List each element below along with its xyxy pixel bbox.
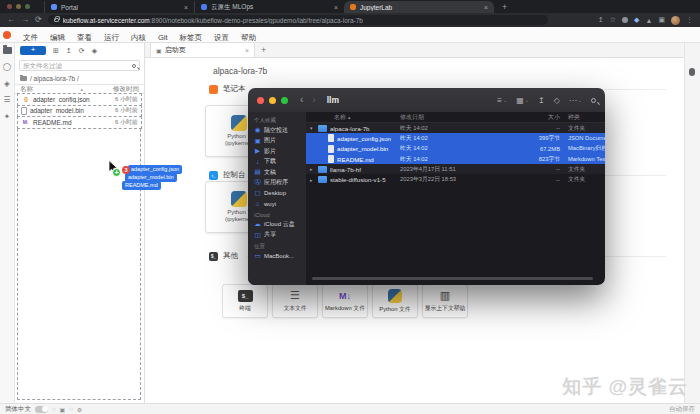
extension-manager-icon[interactable]: ✦ [4,113,10,121]
tab-close-icon[interactable]: × [245,47,249,54]
sidebar-item[interactable]: Ⓐ 应用程序 [254,178,306,189]
tab-close-icon[interactable]: × [334,4,338,11]
disclosure-icon[interactable]: ▸ [310,177,315,183]
column-date[interactable]: 修改日期 [400,113,500,122]
sidebar-item[interactable]: ↓ 下载 [254,157,306,168]
menu-item[interactable]: 运行 [98,33,125,42]
reload-icon[interactable]: ⟳ [35,16,42,24]
menu-item[interactable]: 文件 [17,33,44,42]
menu-item[interactable]: 编辑 [44,33,71,42]
browser-tab[interactable]: Portal × [44,1,194,13]
sidebar-item[interactable]: ◫ 共享 [254,230,306,241]
settings-status-icon[interactable]: ⚙ [77,406,82,413]
sidebar-item[interactable]: ⌂ wuyi [254,199,306,210]
launcher-tile[interactable]: Python 文件 [372,284,418,318]
close-window-button[interactable] [7,4,12,9]
tab-close-icon[interactable]: × [484,4,488,11]
main-scrollbar[interactable] [684,43,700,403]
git-clone-icon[interactable]: ◈ [92,47,97,55]
close-button[interactable] [257,97,264,104]
browser-tab[interactable]: 云原生 MLOps × [194,1,344,13]
launcher-tile[interactable]: 文本文件 [272,284,318,318]
finder-file-row[interactable]: ▸ llama-7b-hf 2023年4月17日 11:51 -- 文件夹 [306,164,605,174]
sidebar-item[interactable]: ☁ iCloud 云盘 [254,219,306,230]
profile-avatar[interactable] [671,16,680,25]
extension-blue-icon[interactable]: ◆ [634,16,639,24]
file-browser-icon[interactable] [3,47,12,54]
share-icon[interactable]: ↥ [598,16,604,24]
extension-misc-icon[interactable]: ▲ [645,17,652,24]
share-icon[interactable]: ↥ [538,96,545,105]
new-folder-icon[interactable]: ⊞ [53,47,59,55]
filename-filter-input[interactable] [23,62,123,69]
horizontal-scrollbar[interactable] [312,277,593,280]
file-row[interactable]: README.md 6 小时前 [17,116,142,129]
sidebar-item[interactable]: ◉ 隔空投送 [254,125,306,136]
minimize-button[interactable] [269,97,276,104]
table-of-contents-icon[interactable]: ☰ [4,96,11,104]
sidebar-item[interactable]: ▢ Desktop [254,188,306,199]
menu-item[interactable]: 设置 [208,33,235,42]
zoom-window-button[interactable] [25,4,30,9]
breadcrumb[interactable]: / alpaca-lora-7b / [15,73,144,84]
side-panel-icon[interactable]: ▣ [658,16,665,24]
back-chevron-icon[interactable]: ‹ [300,95,303,105]
launcher-tile[interactable]: 终端 [222,284,268,318]
tag-icon[interactable]: ◇ [554,96,560,105]
browser-tab[interactable]: JupyterLab × [344,1,494,13]
drag-drop-zone[interactable] [17,94,141,400]
kernel-status-icon[interactable]: ◌ [52,406,56,412]
address-bar[interactable]: kubeflow.at-servicecenter.com:8900/noteb… [48,15,548,25]
bookmark-star-icon[interactable]: ☆ [610,16,616,24]
scrollbar-thumb[interactable] [689,68,695,76]
tab-label: Portal [61,4,180,11]
finder-file-row[interactable]: ▸ stable-diffusion-v1-5 2023年3月22日 18:53… [306,174,605,184]
disclosure-icon[interactable]: ▾ [310,125,315,131]
menu-item[interactable]: 标签页 [174,33,209,42]
launcher-tile[interactable]: Markdown 文件 [322,284,368,318]
language-toggle[interactable] [35,406,48,413]
new-tab-plus-icon[interactable]: + [261,45,266,55]
sidebar-item[interactable]: ▤ 文稿 [254,167,306,178]
menu-item[interactable]: Git [152,33,174,42]
launcher-tile[interactable]: 显示上下文帮助 [422,284,468,318]
running-sessions-icon[interactable]: ◯ [3,63,11,71]
finder-file-row[interactable]: adapter_model.bin 昨天 14:02 67.2MB MacBin… [306,144,605,154]
language-status[interactable]: 简体中文 [5,405,31,414]
finder-file-row[interactable]: adapter_config.json 昨天 14:02 399字节 JSON … [306,133,605,143]
sidebar-item[interactable]: ▶ 影片 [254,146,306,157]
browser-menu-kebab-icon[interactable]: ⋮ [686,16,693,24]
column-name[interactable]: 名称▴ [306,113,400,122]
list-view-icon[interactable]: ≡⌄ [497,96,507,105]
column-size[interactable]: 大小 [500,113,560,122]
menu-item[interactable]: 内核 [125,33,152,42]
more-actions-icon[interactable]: ⋯⌄ [569,96,582,105]
upload-icon[interactable]: ↥ [66,47,72,55]
forward-chevron-icon[interactable]: › [312,95,315,105]
column-kind[interactable]: 种类 [560,113,605,122]
disclosure-icon[interactable]: ▸ [310,166,315,172]
refresh-icon[interactable]: ⟳ [79,47,85,55]
menu-item[interactable]: 帮助 [235,33,262,42]
new-launcher-button[interactable]: + [20,46,46,55]
fullscreen-button[interactable] [281,97,288,104]
back-icon[interactable]: ← [7,16,15,24]
terminals-status-icon[interactable]: ▣ [60,406,66,413]
notifications-status-icon[interactable]: ◌ [69,406,73,412]
forward-icon[interactable]: → [21,16,29,24]
sidebar-item[interactable]: ▣ 图片 [254,136,306,147]
new-tab-button[interactable]: + [502,2,507,12]
git-panel-icon[interactable]: ◈ [4,80,10,88]
sidebar-item[interactable]: ▭ MacBook... [254,251,306,262]
finder-file-row[interactable]: ▾ alpaca-lora-7b 昨天 14:02 -- 文件夹 [306,123,605,133]
finder-titlebar[interactable]: ‹ › llm ≡⌄ ▦⌄ ↥ ◇ ⋯⌄ [248,88,605,112]
tab-close-icon[interactable]: × [184,4,188,11]
extension-dot-icon[interactable] [622,17,628,23]
finder-file-row[interactable]: README.md 昨天 14:02 823字节 Markdown Text [306,154,605,164]
tab-launcher[interactable]: ▣ 启动页 × [150,42,255,57]
menu-item[interactable]: 查看 [71,33,98,42]
search-icon[interactable] [591,98,596,103]
file-date: 2023年3月22日 18:53 [400,175,500,184]
group-view-icon[interactable]: ▦⌄ [516,96,529,105]
minimize-window-button[interactable] [16,4,21,9]
